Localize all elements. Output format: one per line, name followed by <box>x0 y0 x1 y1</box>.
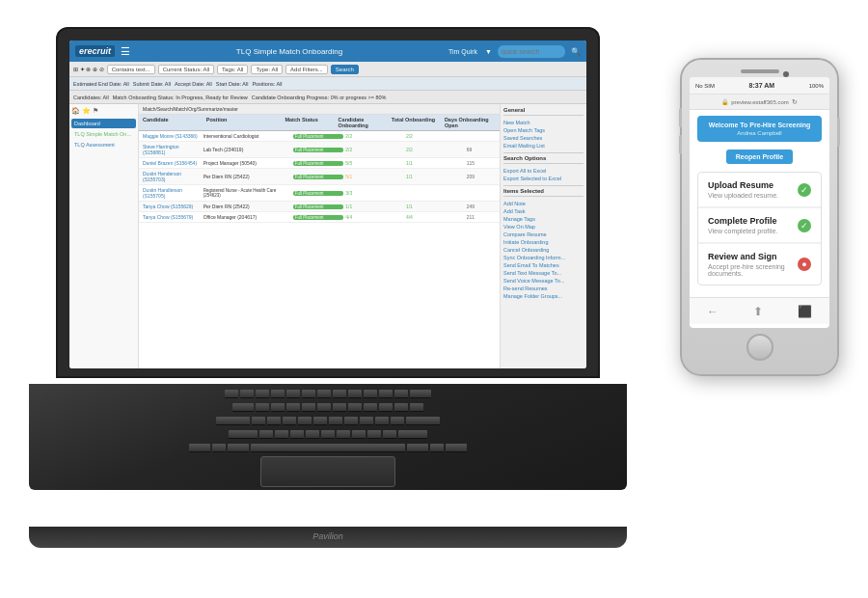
key[interactable] <box>364 390 377 398</box>
search-icon[interactable]: 🔍 <box>571 47 581 56</box>
rp-saved[interactable]: Saved Searches <box>503 134 583 142</box>
rp-send-voice[interactable]: Send Voice Message To... <box>503 277 583 285</box>
key-ctrl-r[interactable] <box>446 444 467 452</box>
rp-export-all[interactable]: Export All to Excel <box>503 167 583 175</box>
review-sign-row[interactable]: Review and Sign Accept pre-hire screenin… <box>698 244 821 285</box>
upload-resume-row[interactable]: Upload Resume View uploaded resume. ✓ <box>698 173 821 207</box>
rp-new-match[interactable]: New Match <box>503 119 583 126</box>
key-caps[interactable] <box>216 417 250 425</box>
search-input[interactable] <box>498 45 565 58</box>
filter-add[interactable]: Add Filters... <box>285 65 328 74</box>
phone-power-button[interactable] <box>837 118 840 147</box>
key[interactable] <box>352 430 366 439</box>
key[interactable] <box>275 430 288 439</box>
key[interactable] <box>286 390 300 398</box>
key[interactable] <box>410 403 423 412</box>
cell-candidate[interactable]: Tanya Chow (S155679) <box>143 214 202 220</box>
filter-status[interactable]: Current Status: All <box>158 65 214 74</box>
key-space[interactable] <box>251 444 405 452</box>
cell-candidate[interactable]: Daniel Brazen (S156454) <box>143 160 202 166</box>
refresh-icon[interactable]: ↻ <box>792 98 798 106</box>
key-shift-r[interactable] <box>398 430 427 439</box>
key[interactable] <box>337 430 350 439</box>
touchpad[interactable] <box>260 456 395 487</box>
key[interactable] <box>329 417 342 425</box>
key[interactable] <box>271 390 285 398</box>
rp-manage-tags[interactable]: Manage Tags <box>503 215 583 223</box>
back-icon[interactable]: ← <box>707 305 719 318</box>
sidebar-item-tlq[interactable]: TLQ Simple Match On... <box>71 129 136 139</box>
complete-profile-row[interactable]: Complete Profile View completed profile.… <box>698 208 821 243</box>
menu-icon[interactable]: ☰ <box>121 45 130 58</box>
cell-candidate[interactable]: Steve Harrington (S156881) <box>143 144 202 155</box>
cell-candidate[interactable]: Dustin Handlerson (S155705) <box>143 187 202 199</box>
phone-volume-down[interactable] <box>679 135 682 154</box>
key[interactable] <box>360 417 373 425</box>
filter-tags[interactable]: Tags: All <box>217 65 248 74</box>
key[interactable] <box>252 417 265 425</box>
cell-candidate[interactable]: Maggie Moore (S143366) <box>143 133 202 139</box>
key[interactable] <box>348 390 362 398</box>
key[interactable] <box>375 417 389 425</box>
key[interactable] <box>259 430 273 439</box>
key[interactable] <box>302 390 315 398</box>
phone-home-button[interactable] <box>746 334 773 361</box>
rp-cancel[interactable]: Cancel Onboarding <box>503 246 583 254</box>
key[interactable] <box>333 403 346 412</box>
filter-type[interactable]: Type: All <box>251 65 283 74</box>
key[interactable] <box>383 430 396 439</box>
bookmarks-icon[interactable]: ⬛ <box>798 305 812 318</box>
url-bar[interactable]: 🔒 preview.estaff365.com ↻ <box>690 95 829 110</box>
key-alt-r[interactable] <box>407 444 428 452</box>
key[interactable] <box>317 390 331 398</box>
flag-icon[interactable]: ⚑ <box>93 107 98 115</box>
key[interactable] <box>364 403 377 412</box>
rp-resend[interactable]: Re-send Resumes <box>503 285 583 292</box>
key[interactable] <box>313 417 327 425</box>
rp-export-sel[interactable]: Export Selected to Excel <box>503 175 583 182</box>
key[interactable] <box>256 403 269 412</box>
share-icon[interactable]: ⬆ <box>753 305 763 318</box>
rp-folder[interactable]: Manage Folder Groups... <box>503 292 583 300</box>
rp-sync[interactable]: Sync Onboarding Inform... <box>503 254 583 261</box>
rp-open-match[interactable]: Open Match Tags <box>503 126 583 134</box>
rp-add-task[interactable]: Add Task <box>503 207 583 215</box>
sidebar-item-dashboard[interactable]: Dashboard <box>71 119 136 128</box>
search-button[interactable]: Search <box>331 65 359 74</box>
key-ctrl[interactable] <box>189 444 210 452</box>
key[interactable] <box>321 430 335 439</box>
key-fn[interactable] <box>430 444 444 452</box>
key[interactable] <box>391 417 404 425</box>
key[interactable] <box>225 390 238 398</box>
phone-volume-up[interactable] <box>679 108 682 127</box>
cell-candidate[interactable]: Dustin Henderson (S155703) <box>143 171 202 182</box>
star-icon[interactable]: ⭐ <box>82 107 91 115</box>
rp-view-map[interactable]: View On Map <box>503 223 583 231</box>
filter-contains[interactable]: Contains text... <box>107 65 155 74</box>
key[interactable] <box>271 403 285 412</box>
key[interactable] <box>348 403 362 412</box>
user-dropdown-icon[interactable]: ▼ <box>485 48 492 55</box>
key[interactable] <box>256 390 269 398</box>
key-alt[interactable] <box>228 444 249 452</box>
key[interactable] <box>286 403 300 412</box>
key[interactable] <box>379 390 393 398</box>
key[interactable] <box>290 430 304 439</box>
key[interactable] <box>394 403 408 412</box>
key-enter[interactable] <box>406 417 440 425</box>
key[interactable] <box>394 390 408 398</box>
key[interactable] <box>267 417 281 425</box>
rp-compare-resume[interactable]: Compare Resume <box>503 231 583 238</box>
key[interactable] <box>306 430 319 439</box>
key[interactable] <box>333 390 346 398</box>
reopen-profile-button[interactable]: Reopen Profile <box>726 150 793 164</box>
home-icon[interactable]: 🏠 <box>71 107 80 115</box>
key[interactable] <box>298 417 312 425</box>
sidebar-item-assessment[interactable]: TLQ Assessment <box>71 140 136 150</box>
rp-email[interactable]: Email Mailing List <box>503 142 583 150</box>
key[interactable] <box>317 403 331 412</box>
rp-send-text[interactable]: Send Text Message To... <box>503 269 583 277</box>
key[interactable] <box>283 417 296 425</box>
key[interactable] <box>302 403 315 412</box>
rp-initiate[interactable]: Initiate Onboarding <box>503 238 583 246</box>
